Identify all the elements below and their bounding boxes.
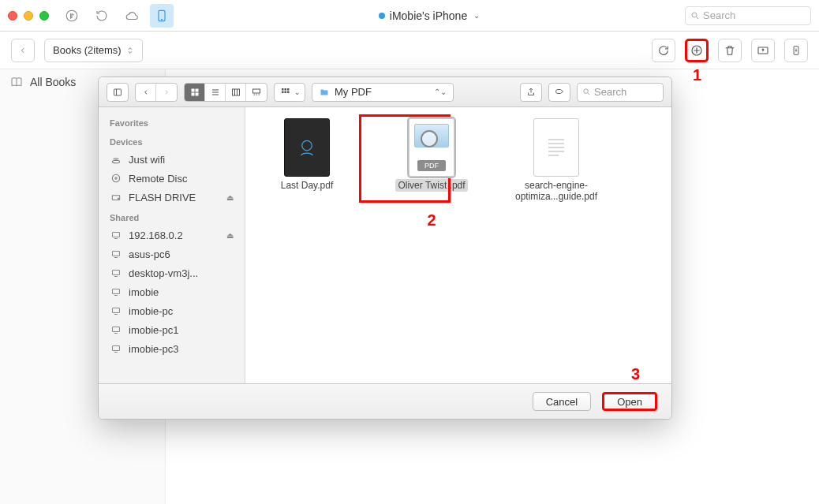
media-icon[interactable] [60, 4, 84, 28]
chevron-updown-icon [126, 47, 134, 54]
svg-rect-32 [113, 346, 120, 351]
file-label: Oliver Twist .pdf [395, 180, 467, 191]
finder-search-placeholder: Search [594, 86, 626, 98]
minimize-window-icon[interactable] [24, 11, 33, 21]
device-label: Remote Disc [129, 173, 187, 185]
sidebar-heading-devices: Devices [99, 131, 245, 150]
global-search-input[interactable]: Search [685, 6, 811, 25]
eject-icon[interactable]: ⏏ [226, 231, 234, 240]
view-gallery-icon[interactable] [246, 84, 267, 101]
computer-icon [110, 267, 122, 279]
view-list-icon[interactable] [205, 84, 226, 101]
arrange-dropdown[interactable]: ⌄ [274, 83, 305, 102]
file-item[interactable]: search-engine-optimiza...guide.pdf [506, 118, 607, 203]
finder-forward-button[interactable] [156, 84, 177, 101]
sidebar-toggle[interactable] [107, 83, 129, 102]
sidebar-item-device[interactable]: Just wifi [99, 150, 245, 169]
svg-rect-31 [113, 327, 120, 332]
svg-point-20 [584, 89, 589, 94]
book-icon [9, 76, 24, 88]
path-dropdown[interactable]: My PDF ⌃⌄ [312, 83, 454, 102]
shared-label: imobie-pc [129, 305, 173, 317]
file-item[interactable]: PDF Oliver Twist .pdf 2 [381, 118, 482, 191]
pdf-preview-icon: PDF [409, 118, 454, 177]
svg-rect-27 [113, 252, 120, 256]
sidebar-heading-shared: Shared [99, 207, 245, 226]
current-folder-label: My PDF [335, 86, 372, 98]
callout-2: 2 [427, 211, 436, 230]
export-to-computer-button[interactable] [751, 39, 775, 62]
tags-button[interactable] [548, 83, 570, 102]
view-icon-grid[interactable] [185, 84, 205, 101]
finder-back-button[interactable] [136, 84, 156, 101]
sidebar-toggle-icon [107, 84, 128, 101]
open-button[interactable]: Open [602, 392, 657, 411]
wifi-disk-icon [110, 153, 122, 166]
svg-rect-16 [287, 88, 290, 91]
sidebar-item-shared[interactable]: 192.168.0.2 ⏏ [99, 226, 245, 245]
cancel-label: Cancel [546, 396, 578, 408]
app-toolbar: Books (2items) [0, 32, 819, 69]
open-file-dialog: ⌄ My PDF ⌃⌄ Search Favorites Devices Jus… [98, 77, 672, 420]
svg-rect-8 [191, 88, 194, 91]
device-tab-icon[interactable] [150, 4, 174, 28]
svg-rect-19 [287, 91, 290, 93]
finder-footer: 3 Cancel Open [99, 383, 671, 419]
delete-button[interactable] [718, 39, 742, 62]
sidebar-item-shared[interactable]: imobie-pc1 [99, 320, 245, 339]
device-label: FLASH DRIVE [129, 192, 196, 203]
sidebar-item-shared[interactable]: imobie-pc3 [99, 339, 245, 358]
cloud-icon[interactable] [120, 4, 144, 28]
drive-icon [110, 191, 122, 203]
svg-point-22 [112, 174, 119, 181]
svg-rect-10 [191, 92, 194, 95]
svg-rect-13 [253, 89, 260, 93]
file-label: search-engine-optimiza...guide.pdf [506, 180, 607, 203]
add-button[interactable] [685, 39, 709, 62]
zoom-window-icon[interactable] [39, 11, 49, 21]
finder-search-input[interactable]: Search [577, 83, 664, 102]
cancel-button[interactable]: Cancel [533, 392, 591, 411]
sidebar-item-device[interactable]: FLASH DRIVE ⏏ [99, 188, 245, 207]
view-columns-icon[interactable] [226, 84, 246, 101]
sidebar-item-shared[interactable]: imobie [99, 282, 245, 301]
search-placeholder: Search [703, 9, 735, 21]
view-mode-segment [184, 83, 267, 102]
sidebar-item-shared[interactable]: imobie-pc [99, 301, 245, 320]
svg-point-2 [162, 19, 163, 20]
close-window-icon[interactable] [8, 11, 17, 21]
refresh-button[interactable] [652, 39, 675, 62]
sidebar-item-device[interactable]: Remote Disc [99, 169, 245, 188]
folder-icon [319, 88, 330, 97]
svg-rect-17 [282, 91, 284, 93]
file-item[interactable]: Last Day.pdf [256, 118, 357, 191]
svg-point-33 [302, 140, 312, 151]
sidebar-item-shared[interactable]: desktop-vm3j... [99, 263, 245, 282]
shared-label: 192.168.0.2 [129, 230, 183, 241]
callout-3: 3 [631, 365, 640, 383]
to-device-button[interactable] [784, 39, 808, 62]
shared-label: imobie [129, 286, 159, 298]
computer-icon [110, 248, 122, 260]
share-button[interactable] [520, 83, 542, 102]
computer-icon [110, 229, 122, 241]
all-books-label: All Books [30, 76, 76, 88]
svg-rect-26 [113, 233, 120, 237]
svg-rect-11 [195, 92, 198, 95]
category-dropdown[interactable]: Books (2items) [44, 39, 143, 62]
nav-back-forward [135, 83, 178, 102]
svg-rect-30 [113, 308, 120, 313]
history-icon[interactable] [90, 4, 114, 28]
file-label: Last Day.pdf [281, 180, 333, 191]
chevron-updown-icon: ⌃⌄ [434, 88, 447, 96]
title-center[interactable]: iMobie's iPhone ⌄ [180, 9, 679, 22]
svg-point-21 [112, 160, 119, 163]
shared-label: asus-pc6 [129, 248, 170, 260]
category-label: Books (2items) [53, 44, 122, 56]
eject-icon[interactable]: ⏏ [226, 193, 234, 202]
svg-rect-12 [232, 89, 239, 95]
traffic-lights [8, 11, 49, 21]
back-button[interactable] [11, 39, 35, 62]
sidebar-item-shared[interactable]: asus-pc6 [99, 245, 245, 263]
svg-rect-18 [285, 91, 287, 93]
